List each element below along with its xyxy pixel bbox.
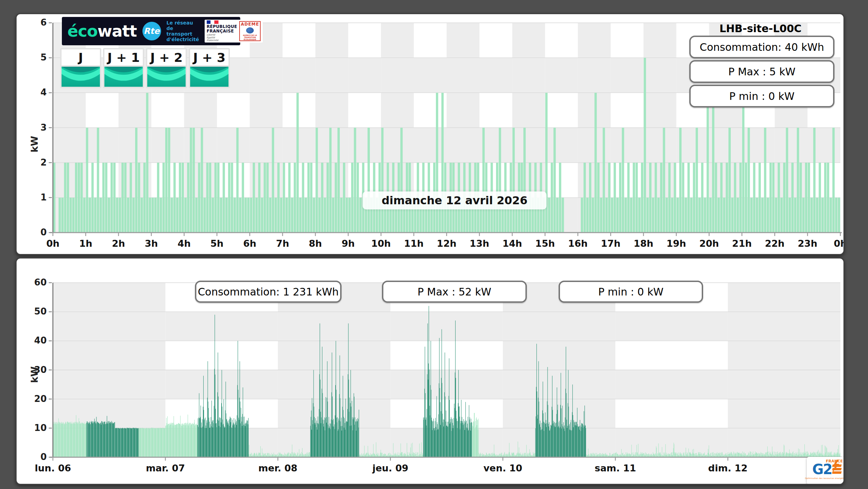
bar (722, 453, 723, 457)
bar (584, 426, 585, 457)
bar (632, 453, 632, 457)
forecast-tile-j[interactable]: J (60, 48, 101, 88)
bar (636, 445, 637, 457)
bar (575, 425, 575, 457)
bar (141, 428, 141, 457)
bar (538, 398, 538, 457)
bar (556, 423, 556, 457)
bar (731, 452, 732, 457)
bar (170, 423, 170, 457)
forecast-tile-j+3[interactable]: J + 3 (189, 48, 230, 88)
bar (433, 419, 434, 457)
bar (215, 409, 216, 457)
bar (787, 452, 787, 457)
bar (779, 453, 780, 457)
bar (342, 407, 343, 457)
bar (656, 446, 656, 457)
bar (321, 163, 324, 233)
bar (728, 452, 728, 457)
bar (193, 128, 195, 233)
bar (824, 163, 827, 233)
bar (711, 453, 711, 457)
bar (533, 452, 533, 457)
bar (105, 163, 108, 233)
bar (423, 417, 423, 457)
bar (119, 198, 121, 233)
government-logos: RÉPUBLIQUE FRANÇAISE Liberté Égalité Fra… (205, 20, 263, 43)
bar (582, 424, 582, 457)
bar (608, 163, 610, 233)
bar (168, 424, 168, 457)
bar (452, 419, 452, 457)
bar (432, 421, 432, 457)
bar (186, 424, 186, 457)
bar (197, 425, 197, 457)
bar (424, 417, 424, 457)
bar (820, 452, 820, 457)
bar (203, 376, 204, 457)
bar (92, 422, 92, 457)
bar (139, 428, 139, 457)
bar (168, 424, 169, 457)
bar (764, 128, 766, 233)
bar (81, 163, 83, 233)
bar (696, 128, 698, 233)
bar (744, 453, 744, 457)
bar (393, 443, 393, 457)
bar (830, 198, 832, 233)
bar (756, 198, 758, 233)
forecast-tile-j+1[interactable]: J + 1 (103, 48, 144, 88)
bar (693, 449, 694, 457)
bar (689, 452, 690, 457)
bar (114, 422, 114, 457)
bar (438, 430, 438, 457)
bar (433, 421, 433, 457)
bar (366, 453, 366, 457)
bar (731, 452, 731, 457)
bar (118, 428, 119, 457)
bar (85, 424, 85, 457)
bar (429, 369, 429, 457)
bar (703, 453, 703, 457)
bar (581, 427, 581, 457)
bar (586, 428, 586, 457)
bar (339, 421, 339, 457)
rte-logo: Rte (142, 22, 161, 40)
station-title: LHB-site-L00C (689, 22, 832, 35)
bar (181, 426, 181, 457)
bar (221, 422, 221, 457)
bar (86, 423, 87, 457)
bar (287, 453, 288, 457)
bar (750, 451, 751, 457)
bar (56, 424, 57, 457)
bar (537, 419, 538, 457)
bar (324, 420, 324, 457)
bar (64, 163, 66, 233)
bar (596, 453, 596, 457)
bar (263, 453, 264, 457)
bar (535, 428, 536, 457)
bar (465, 422, 465, 457)
bar (447, 422, 447, 457)
bar (798, 452, 798, 457)
bar (122, 428, 122, 457)
bar (458, 421, 458, 457)
bar (814, 452, 814, 457)
bar (238, 390, 239, 457)
bar (465, 402, 466, 457)
bar (360, 198, 362, 233)
bar (132, 428, 132, 457)
bar (545, 424, 546, 457)
bar (258, 453, 259, 457)
bar (314, 370, 314, 458)
bar (326, 423, 327, 457)
bar (395, 453, 396, 457)
bar (633, 163, 635, 233)
bar (717, 452, 717, 457)
forecast-tile-j+2[interactable]: J + 2 (146, 48, 187, 88)
bar (75, 422, 75, 457)
bar (88, 422, 88, 457)
bar (80, 422, 80, 457)
bar (411, 443, 411, 457)
bar (325, 430, 325, 457)
